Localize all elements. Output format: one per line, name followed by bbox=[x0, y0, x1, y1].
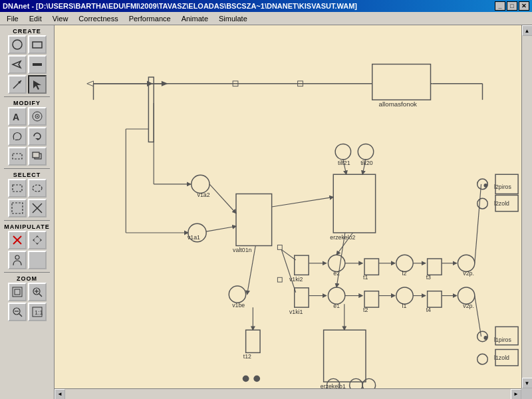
svg-rect-17 bbox=[12, 203, 23, 213]
svg-rect-12 bbox=[13, 154, 22, 159]
canvas-area[interactable]: allomasfonok v1a2 v1a1 valt01n bbox=[55, 25, 532, 399]
select-arrow-tool[interactable] bbox=[28, 75, 47, 94]
rotate-tool[interactable] bbox=[28, 127, 47, 146]
svg-marker-2 bbox=[13, 61, 21, 68]
svg-text:A: A bbox=[13, 112, 19, 122]
rect-tool[interactable] bbox=[28, 35, 47, 54]
move-tool[interactable] bbox=[8, 147, 27, 166]
modify-row-2 bbox=[1, 127, 53, 146]
create-row-2 bbox=[1, 55, 53, 74]
svg-text:l1piros: l1piros bbox=[494, 336, 511, 343]
vscroll-track[interactable] bbox=[522, 36, 532, 378]
svg-point-16 bbox=[33, 185, 42, 192]
maximize-button[interactable]: □ bbox=[507, 1, 517, 11]
menu-animate[interactable]: Animate bbox=[176, 13, 213, 24]
modify-label: MODIFY bbox=[1, 100, 53, 106]
select-rect-tool[interactable] bbox=[8, 179, 27, 198]
main-area: CREATE MODIFY bbox=[0, 25, 532, 399]
hbar-tool[interactable] bbox=[28, 55, 47, 74]
copy-tool[interactable] bbox=[28, 147, 47, 166]
deselect-tool[interactable] bbox=[28, 199, 47, 217]
svg-rect-1 bbox=[33, 42, 42, 48]
zoom-custom-tool[interactable]: 1:1 bbox=[28, 303, 47, 321]
scroll-right-button[interactable]: ► bbox=[511, 389, 521, 400]
svg-marker-25 bbox=[39, 238, 42, 242]
svg-rect-38 bbox=[61, 25, 515, 388]
vertical-scrollbar[interactable]: ▲ ▼ bbox=[521, 25, 532, 388]
toolbar: CREATE MODIFY bbox=[0, 25, 55, 399]
svg-rect-14 bbox=[33, 152, 39, 158]
zoom-fit-tool[interactable] bbox=[8, 283, 27, 301]
svg-text:v1ki1: v1ki1 bbox=[289, 309, 303, 315]
svg-text:t2: t2 bbox=[363, 307, 368, 313]
svg-text:v1a2: v1a2 bbox=[198, 192, 210, 198]
svg-marker-24 bbox=[33, 238, 35, 242]
create-row-1 bbox=[1, 35, 53, 54]
divider-4 bbox=[4, 272, 50, 273]
horizontal-scrollbar[interactable]: ◄ ► bbox=[55, 388, 521, 399]
blank-tool[interactable] bbox=[28, 251, 47, 269]
target-tool[interactable] bbox=[28, 107, 47, 126]
svg-text:l1: l1 bbox=[402, 303, 407, 309]
lasso-tool[interactable] bbox=[8, 127, 27, 146]
select-row-1 bbox=[1, 179, 53, 198]
circle-tool[interactable] bbox=[8, 35, 27, 54]
scroll-down-button[interactable]: ▼ bbox=[522, 378, 533, 388]
select-label: SELECT bbox=[1, 172, 53, 178]
zoom-out-tool[interactable] bbox=[8, 303, 27, 321]
menu-correctness[interactable]: Correctness bbox=[73, 13, 123, 24]
divider-2 bbox=[4, 168, 50, 169]
connect-tool[interactable] bbox=[8, 75, 27, 94]
menu-file[interactable]: File bbox=[1, 13, 24, 24]
divider-3 bbox=[4, 220, 50, 221]
titlebar-buttons: _ □ ✕ bbox=[495, 1, 529, 11]
svg-point-0 bbox=[13, 40, 22, 49]
svg-text:v1be: v1be bbox=[232, 302, 245, 309]
move4-tool[interactable] bbox=[28, 231, 47, 249]
select-row-2 bbox=[1, 199, 53, 217]
select-all-tool[interactable] bbox=[8, 199, 27, 217]
menu-view[interactable]: View bbox=[47, 13, 74, 24]
svg-text:l1zold: l1zold bbox=[494, 354, 509, 361]
scroll-left-button[interactable]: ◄ bbox=[55, 389, 65, 400]
hscroll-track[interactable] bbox=[65, 389, 511, 399]
svg-text:l2: l2 bbox=[402, 270, 407, 277]
svg-marker-22 bbox=[35, 235, 39, 238]
zoom-row-2: 1:1 bbox=[1, 303, 53, 321]
svg-marker-6 bbox=[33, 80, 41, 90]
svg-point-113 bbox=[483, 336, 487, 340]
menu-simulate[interactable]: Simulate bbox=[213, 13, 253, 24]
svg-text:t3: t3 bbox=[426, 274, 431, 281]
svg-point-26 bbox=[15, 255, 19, 259]
arrow-tool[interactable] bbox=[8, 55, 27, 74]
svg-text:t12: t12 bbox=[243, 353, 251, 360]
scroll-up-button[interactable]: ▲ bbox=[522, 25, 533, 36]
svg-text:t1: t1 bbox=[363, 274, 368, 281]
menu-edit[interactable]: Edit bbox=[24, 13, 47, 24]
create-row-3 bbox=[1, 75, 53, 94]
text-tool[interactable]: A bbox=[8, 107, 27, 126]
svg-rect-3 bbox=[33, 63, 42, 66]
svg-line-34 bbox=[19, 314, 22, 317]
svg-rect-27 bbox=[13, 287, 22, 297]
minimize-button[interactable]: _ bbox=[495, 1, 505, 11]
person-tool[interactable] bbox=[8, 251, 27, 269]
zoom-in-tool[interactable] bbox=[28, 283, 47, 301]
svg-point-63 bbox=[483, 184, 487, 188]
svg-text:e1: e1 bbox=[333, 303, 340, 309]
manipulate-row-1 bbox=[1, 231, 53, 249]
menu-performance[interactable]: Performance bbox=[124, 13, 176, 24]
close-button[interactable]: ✕ bbox=[519, 1, 529, 11]
delete-tool[interactable] bbox=[8, 231, 27, 249]
title-text: DNAnet - [D:\USERS\BARTHA\EDU\FMI\2009\T… bbox=[3, 2, 357, 10]
svg-marker-23 bbox=[35, 242, 39, 245]
svg-rect-28 bbox=[15, 289, 20, 295]
svg-point-10 bbox=[37, 116, 38, 117]
select-circle-tool[interactable] bbox=[28, 179, 47, 198]
diagram-svg: allomasfonok v1a2 v1a1 valt01n bbox=[55, 25, 521, 388]
svg-text:valt01n: valt01n bbox=[233, 247, 251, 253]
svg-text:l2zold: l2zold bbox=[494, 200, 509, 207]
menubar: File Edit View Correctness Performance A… bbox=[0, 12, 532, 25]
svg-text:erzekelo1: erzekelo1 bbox=[321, 383, 346, 388]
scroll-corner bbox=[521, 388, 532, 399]
